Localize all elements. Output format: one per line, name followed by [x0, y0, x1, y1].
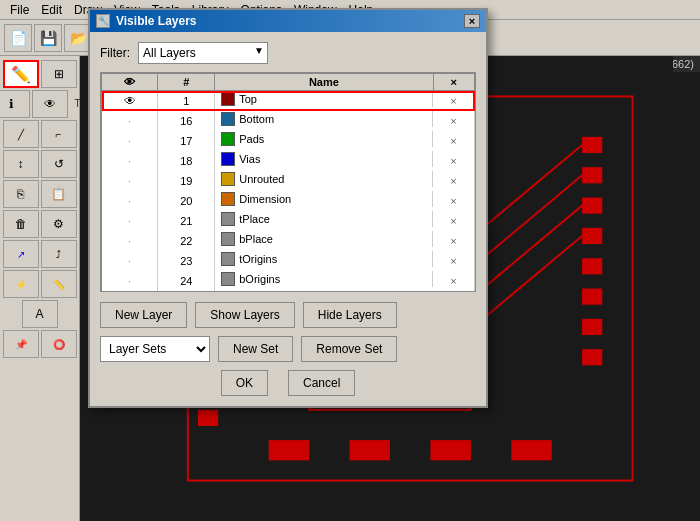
row-visible[interactable]: · [102, 271, 158, 291]
show-layers-button[interactable]: Show Layers [195, 302, 294, 328]
table-row[interactable]: ·21tPlace× [102, 211, 475, 231]
table-row[interactable]: ·20Dimension× [102, 191, 475, 211]
row-close[interactable]: × [433, 111, 474, 131]
row-close[interactable]: × [433, 211, 474, 231]
layer-table-wrap[interactable]: 👁 # Name × 👁1Top×·16Bottom×·17Pads×·18Vi… [100, 72, 476, 292]
menu-edit[interactable]: Edit [35, 3, 68, 17]
remove-set-button[interactable]: Remove Set [301, 336, 397, 362]
via-tool[interactable]: ⭕ [41, 330, 77, 358]
row-close[interactable]: × [433, 91, 474, 111]
layer-color-swatch [221, 292, 235, 293]
cancel-button[interactable]: Cancel [288, 370, 355, 396]
row-close-icon[interactable]: × [450, 115, 456, 127]
eye-off-icon[interactable]: · [128, 135, 131, 147]
table-row[interactable]: ·19Unrouted× [102, 171, 475, 191]
row-close-icon[interactable]: × [450, 135, 456, 147]
row-close-icon[interactable]: × [450, 195, 456, 207]
dialog-close-button[interactable]: × [464, 14, 480, 28]
row-visible[interactable]: 👁 [102, 91, 158, 111]
layer-name-text: Unrouted [239, 173, 284, 185]
layer-action-buttons: New Layer Show Layers Hide Layers [100, 302, 476, 328]
row-visible[interactable]: · [102, 151, 158, 171]
ok-button[interactable]: OK [221, 370, 268, 396]
row-close-icon[interactable]: × [450, 215, 456, 227]
autoroute-tool[interactable]: ⤴ [41, 240, 77, 268]
filter-select[interactable]: All Layers Used Layers Signal Layers [138, 42, 268, 64]
row-close-icon[interactable]: × [450, 155, 456, 167]
text-tool[interactable]: A [22, 300, 58, 328]
row-close-icon[interactable]: × [450, 95, 456, 107]
eye-off-icon[interactable]: · [128, 275, 131, 287]
table-row[interactable]: ·23tOrigins× [102, 251, 475, 271]
row-visible[interactable]: · [102, 291, 158, 293]
row-visible[interactable]: · [102, 111, 158, 131]
drc-tool[interactable]: ⚡ [3, 270, 39, 298]
new-layer-button[interactable]: New Layer [100, 302, 187, 328]
move-tool[interactable]: ↕ [3, 150, 39, 178]
table-row[interactable]: ·17Pads× [102, 131, 475, 151]
eye-off-icon[interactable]: · [128, 195, 131, 207]
new-set-button[interactable]: New Set [218, 336, 293, 362]
visible-layers-dialog[interactable]: 🔧 Visible Layers × Filter: All Layers Us… [88, 8, 488, 408]
wire-tool[interactable]: ╱ [3, 120, 39, 148]
grid-tool[interactable]: ⊞ [41, 60, 77, 88]
row-close[interactable]: × [433, 191, 474, 211]
row-visible[interactable]: · [102, 231, 158, 251]
eye-off-icon[interactable]: · [128, 175, 131, 187]
row-visible[interactable]: · [102, 191, 158, 211]
row-number: 1 [158, 91, 215, 111]
corner-tool[interactable]: ⌐ [41, 120, 77, 148]
delete-tool[interactable]: 🗑 [3, 210, 39, 238]
eye-tool[interactable]: 👁 [32, 90, 68, 118]
eye-on-icon[interactable]: 👁 [124, 94, 136, 108]
table-row[interactable]: ·25tNames× [102, 291, 475, 293]
table-row[interactable]: ·22bPlace× [102, 231, 475, 251]
row-close-icon[interactable]: × [450, 175, 456, 187]
table-row[interactable]: ·18Vias× [102, 151, 475, 171]
eye-off-icon[interactable]: · [128, 255, 131, 267]
layer-sets-select[interactable]: Layer Sets [100, 336, 210, 362]
rotate-tool[interactable]: ↺ [41, 150, 77, 178]
row-close[interactable]: × [433, 291, 474, 293]
row-visible[interactable]: · [102, 131, 158, 151]
hide-layers-button[interactable]: Hide Layers [303, 302, 397, 328]
table-row[interactable]: 👁1Top× [102, 91, 475, 111]
save-button[interactable]: 💾 [34, 24, 62, 52]
eye-off-icon[interactable]: · [128, 215, 131, 227]
select-tool[interactable]: ✏️ [3, 60, 39, 88]
row-close[interactable]: × [433, 131, 474, 151]
row-close-icon[interactable]: × [450, 235, 456, 247]
measure-tool[interactable]: 📏 [41, 270, 77, 298]
row-close[interactable]: × [433, 251, 474, 271]
settings-tool[interactable]: ⚙ [41, 210, 77, 238]
table-row[interactable]: ·16Bottom× [102, 111, 475, 131]
row-close[interactable]: × [433, 271, 474, 291]
row-visible[interactable]: · [102, 251, 158, 271]
table-row[interactable]: ·24bOrigins× [102, 271, 475, 291]
eye-off-icon[interactable]: · [128, 155, 131, 167]
row-close-icon[interactable]: × [450, 255, 456, 267]
row-close-icon[interactable]: × [450, 275, 456, 287]
row-visible[interactable]: · [102, 171, 158, 191]
info-tool[interactable]: ℹ [0, 90, 30, 118]
row-close[interactable]: × [433, 171, 474, 191]
eye-off-icon[interactable]: · [128, 115, 131, 127]
route-tool[interactable]: ↗ [3, 240, 39, 268]
dialog-title: Visible Layers [116, 14, 464, 28]
copy-tool[interactable]: ⎘ [3, 180, 39, 208]
row-close[interactable]: × [433, 151, 474, 171]
dialog-titlebar[interactable]: 🔧 Visible Layers × [90, 10, 486, 32]
table-header: 👁 # Name × [102, 74, 475, 91]
row-number: 23 [158, 251, 215, 271]
layer-name-text: tPlace [239, 213, 270, 225]
menu-file[interactable]: File [4, 3, 35, 17]
new-button[interactable]: 📄 [4, 24, 32, 52]
paste-tool[interactable]: 📋 [41, 180, 77, 208]
row-close[interactable]: × [433, 231, 474, 251]
row-number: 24 [158, 271, 215, 291]
pin-tool[interactable]: 📌 [3, 330, 39, 358]
eye-off-icon[interactable]: · [128, 235, 131, 247]
row-visible[interactable]: · [102, 211, 158, 231]
row-name: bOrigins [215, 271, 433, 287]
layer-name-text: Top [239, 93, 257, 105]
